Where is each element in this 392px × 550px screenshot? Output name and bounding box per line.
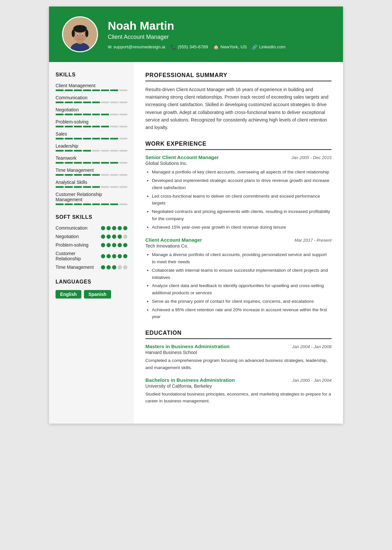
skill-segment	[92, 89, 100, 91]
skill-segment	[56, 138, 64, 139]
skill-segment	[65, 89, 73, 91]
skill-segment	[65, 162, 73, 164]
skill-bar	[56, 150, 127, 152]
skill-segment	[119, 162, 127, 164]
summary-text: Results-driven Client Account Manager wi…	[145, 86, 332, 131]
skill-segment	[83, 114, 91, 115]
skill-segment	[56, 203, 64, 205]
edu-header: Masters in Business AdministrationJan 20…	[145, 344, 332, 349]
skill-segment	[119, 114, 127, 115]
soft-skill-item: Negotiation	[56, 234, 127, 239]
sidebar: SKILLS Client ManagementCommunicationNeg…	[49, 62, 134, 424]
skill-bar	[56, 138, 127, 139]
language-tag: Spanish	[84, 290, 111, 299]
skill-item: Teamwork	[56, 155, 127, 164]
email-icon: ✉	[108, 44, 112, 50]
soft-skill-dot	[118, 235, 122, 239]
soft-skill-item: Time Management	[56, 265, 127, 270]
skill-segment	[65, 126, 73, 127]
soft-skill-dot	[101, 254, 105, 258]
skill-segment	[110, 102, 118, 103]
work-entry: Senior Client Account ManagerJan 2005 - …	[145, 154, 332, 231]
skill-segment	[101, 174, 109, 176]
soft-skill-dot	[118, 265, 122, 269]
soft-skill-dot	[106, 243, 111, 247]
soft-skill-item: Problem-solving	[56, 242, 127, 248]
skill-item: Problem-solving	[56, 119, 127, 127]
skill-segment	[101, 138, 109, 139]
skill-item: Customer Relationship Management	[56, 192, 127, 205]
skill-bar	[56, 89, 127, 91]
soft-skill-dot	[123, 243, 127, 247]
skill-bar	[56, 162, 127, 164]
skill-segment	[83, 150, 91, 152]
edu-date: Jan 2000 - Jan 2004	[292, 378, 332, 383]
skill-segment	[110, 126, 118, 127]
header-contact: ✉ support@resumedesign.ai 📞 (555) 345-67…	[108, 44, 286, 50]
skill-segment	[83, 174, 91, 176]
work-title: Client Account Manager	[145, 237, 202, 243]
skill-segment	[74, 138, 82, 139]
skill-item: Sales	[56, 131, 127, 139]
soft-skill-dot	[118, 226, 122, 230]
skills-heading: SKILLS	[56, 72, 127, 78]
soft-skill-dots	[101, 226, 127, 230]
body: SKILLS Client ManagementCommunicationNeg…	[49, 62, 343, 424]
skill-segment	[110, 114, 118, 115]
soft-skill-dots	[101, 243, 127, 247]
languages-section: LANGUAGES EnglishSpanish	[56, 279, 127, 299]
skill-name: Negotiation	[56, 107, 127, 112]
skill-segment	[83, 89, 91, 91]
work-company: Tech Innovations Co.	[145, 243, 332, 249]
soft-skills-heading: SOFT SKILLS	[56, 214, 127, 220]
skill-segment	[119, 89, 127, 91]
job-title: Client Account Manager	[108, 34, 286, 40]
work-bullet: Manage a diverse portfolio of client acc…	[152, 251, 332, 266]
header-info: Noah Martin Client Account Manager ✉ sup…	[108, 19, 286, 50]
education-list: Masters in Business AdministrationJan 20…	[145, 344, 332, 405]
linkedin-contact: 🔗 LinkedIn.com	[252, 44, 286, 50]
work-list: Senior Client Account ManagerJan 2005 - …	[145, 154, 332, 320]
skill-segment	[56, 162, 64, 164]
skill-segment	[92, 126, 100, 127]
work-bullet: Analyze client data and feedback to iden…	[152, 282, 332, 297]
skill-segment	[92, 114, 100, 115]
resume-container: Noah Martin Client Account Manager ✉ sup…	[49, 7, 343, 424]
linkedin-icon: 🔗	[252, 44, 257, 50]
skill-name: Teamwork	[56, 155, 127, 161]
soft-skill-name: Communication	[56, 225, 88, 231]
skill-segment	[74, 102, 82, 103]
skill-bar	[56, 174, 127, 176]
avatar	[62, 16, 98, 52]
skill-segment	[56, 186, 64, 188]
skill-segment	[83, 138, 91, 139]
email-contact: ✉ support@resumedesign.ai	[108, 44, 165, 50]
header: Noah Martin Client Account Manager ✉ sup…	[49, 7, 343, 62]
soft-skill-dot	[123, 235, 127, 239]
soft-skill-name: Customer Relationship	[56, 251, 101, 261]
soft-skill-dots	[101, 265, 127, 269]
skill-bar	[56, 126, 127, 127]
work-date: Mar 2017 - Present	[294, 238, 332, 243]
work-header: Client Account ManagerMar 2017 - Present	[145, 237, 332, 243]
skill-segment	[110, 203, 118, 205]
skill-segment	[56, 102, 64, 103]
skill-segment	[101, 186, 109, 188]
skill-name: Time Management	[56, 168, 127, 173]
skill-segment	[74, 162, 82, 164]
skill-bar	[56, 186, 127, 188]
skill-segment	[119, 186, 127, 188]
skill-segment	[92, 150, 100, 152]
skill-name: Analytical Skills	[56, 180, 127, 185]
skill-segment	[119, 150, 127, 152]
skill-name: Customer Relationship Management	[56, 192, 127, 202]
soft-skill-item: Customer Relationship	[56, 251, 127, 261]
skill-segment	[119, 174, 127, 176]
skill-segment	[110, 162, 118, 164]
soft-skill-dot	[118, 243, 122, 247]
summary-section: PROFESSIONAL SUMMARY Results-driven Clie…	[145, 72, 332, 131]
work-bullet: Led cross-functional teams to deliver on…	[152, 193, 332, 207]
skills-section: SKILLS Client ManagementCommunicationNeg…	[56, 72, 127, 205]
work-title: Senior Client Account Manager	[145, 154, 219, 160]
skill-segment	[74, 89, 82, 91]
